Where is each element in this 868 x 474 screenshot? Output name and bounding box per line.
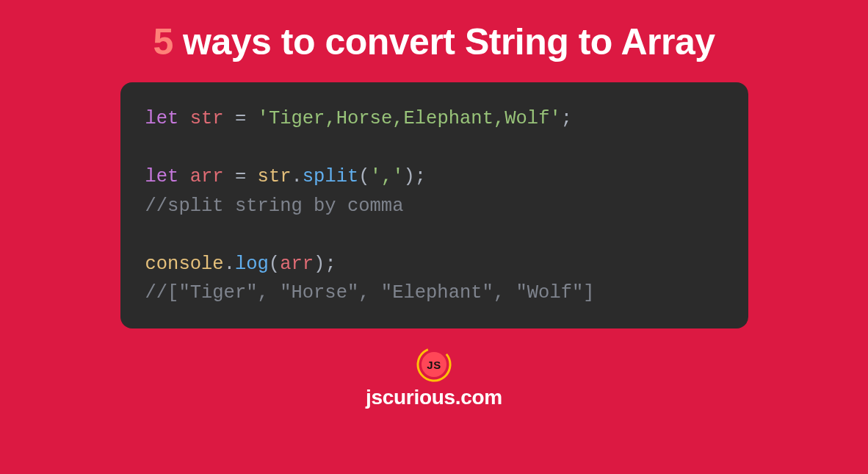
logo-text: JS [427,358,441,370]
code-punct: ; [561,108,572,129]
code-function: split [303,166,359,187]
site-name: jscurious.com [366,386,502,409]
footer: JS jscurious.com [366,346,502,409]
code-operator: = [224,108,258,129]
code-string: ',' [370,166,404,187]
code-variable: arr [190,166,224,187]
code-param: arr [280,254,314,275]
code-punct: . [292,166,303,187]
code-block: let str = 'Tiger,Horse,Elephant,Wolf'; l… [120,82,748,328]
code-punct: ( [269,254,280,275]
code-content: let str = 'Tiger,Horse,Elephant,Wolf'; l… [145,104,723,308]
code-punct: ( [358,166,369,187]
code-punct: ); [404,166,427,187]
title-accent: 5 [153,21,173,62]
code-comment: //split string by comma [145,195,404,217]
code-function: log [235,254,269,275]
site-logo: JS [416,346,452,383]
code-comment: //["Tiger", "Horse", "Elephant", "Wolf"] [145,282,595,304]
code-object: console [145,254,224,275]
code-punct: ); [314,254,336,275]
code-operator: = [224,166,258,187]
code-variable: str [190,108,224,129]
code-keyword: let [145,166,179,187]
code-keyword: let [145,108,179,129]
code-punct: . [224,254,235,275]
code-string: 'Tiger,Horse,Elephant,Wolf' [258,108,561,129]
code-object: str [258,166,292,187]
title-main: ways to convert String to Array [173,21,715,62]
page-title: 5 ways to convert String to Array [153,21,715,63]
